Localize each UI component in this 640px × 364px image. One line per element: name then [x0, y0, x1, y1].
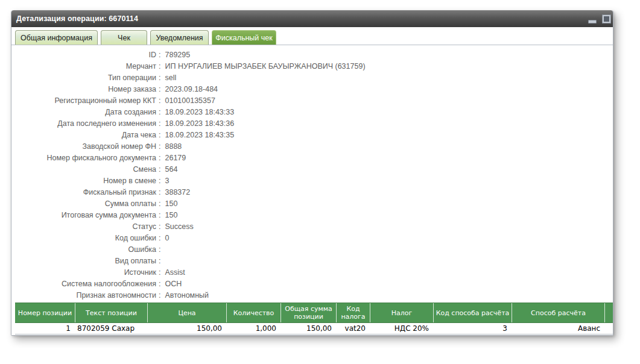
cell-payment-method-code: 3: [434, 324, 512, 333]
cell-position-text: 8702059 Сахар: [75, 324, 148, 333]
detail-label: Заводской номер ФН: [11, 141, 156, 152]
detail-colon: :: [159, 278, 160, 290]
detail-label: Дата создания: [11, 107, 156, 118]
detail-row-fn-serial: Заводской номер ФН:8888: [11, 141, 613, 152]
detail-label: Тип операции: [11, 72, 156, 84]
detail-colon: :: [159, 49, 160, 61]
detail-label: Номер в смене: [11, 175, 156, 187]
positions-table-header: Номер позиции Текст позиции Цена Количес…: [15, 303, 613, 323]
detail-colon: :: [159, 72, 160, 84]
tab-bar: Общая информация Чек Уведомления Фискаль…: [11, 27, 613, 45]
column-header-payment-method: Способ расчёта: [512, 303, 605, 322]
detail-value: Автономный: [165, 290, 209, 301]
detail-value: 3: [165, 175, 169, 187]
minimize-icon[interactable]: [588, 20, 597, 24]
detail-label: Вид оплаты: [11, 256, 156, 267]
detail-colon: :: [159, 256, 160, 267]
detail-value: 18.09.2023 18:43:33: [165, 107, 234, 118]
detail-label: Итоговая сумма документа: [11, 210, 156, 221]
detail-value: 789295: [165, 49, 190, 61]
cell-quantity: 1,000: [227, 324, 281, 333]
cell-position-number: 1: [15, 324, 75, 333]
desktop-background: Детализация операции: 6670114 Общая инфо…: [0, 0, 640, 364]
detail-label: Фискальный признак: [11, 187, 156, 198]
detail-label: Признак автономности: [11, 290, 156, 301]
detail-colon: :: [159, 84, 160, 95]
detail-row-order-number: Номер заказа:2023.09.18-484: [11, 84, 613, 95]
detail-colon: :: [159, 152, 160, 164]
window-titlebar[interactable]: Детализация операции: 6670114: [11, 10, 613, 27]
detail-row-fiscal-sign: Фискальный признак:388372: [11, 187, 613, 198]
detail-colon: :: [159, 175, 160, 187]
detail-row-payment-sum: Сумма оплаты:150: [11, 198, 613, 210]
detail-colon: :: [159, 244, 160, 256]
detail-row-operation-type: Тип операции:sell: [11, 72, 613, 84]
details-list: ID:789295 Мерчант:ИП НУРГАЛИЕВ МЫРЗАБЕК …: [11, 45, 613, 301]
table-row: 1 8702059 Сахар 150,00 1,000 150,00 vat2…: [15, 323, 613, 334]
detail-value: ИП НУРГАЛИЕВ МЫРЗАБЕК БАУЫРЖАНОВИЧ (6317…: [165, 61, 365, 72]
column-header-tax-code: Код налога: [337, 303, 370, 322]
detail-colon: :: [159, 164, 160, 175]
detail-row-autonomy-flag: Признак автономности:Автономный: [11, 290, 613, 301]
detail-label: Система налогообложения: [11, 278, 156, 290]
detail-label: Дата чека: [11, 130, 156, 141]
detail-row-document-total: Итоговая сумма документа:150: [11, 210, 613, 221]
detail-colon: :: [159, 130, 160, 141]
operation-details-window: Детализация операции: 6670114 Общая инфо…: [11, 10, 613, 336]
detail-row-created-date: Дата создания:18.09.2023 18:43:33: [11, 107, 613, 118]
positions-table: Номер позиции Текст позиции Цена Количес…: [15, 303, 613, 334]
detail-row-shift: Смена:564: [11, 164, 613, 175]
detail-value: Assist: [165, 267, 185, 278]
detail-value: 0: [165, 233, 169, 244]
detail-value: 150: [165, 198, 177, 210]
tab-fiscal-receipt[interactable]: Фискальный чек: [212, 30, 276, 45]
detail-row-error-code: Код ошибки:0: [11, 233, 613, 244]
cell-payment-method: Аванс: [512, 324, 605, 333]
detail-row-id: ID:789295: [11, 49, 613, 61]
column-header-quantity: Количество: [227, 303, 281, 322]
detail-colon: :: [159, 141, 160, 152]
detail-row-receipt-date: Дата чека:18.09.2023 18:43:35: [11, 130, 613, 141]
detail-value: 2023.09.18-484: [165, 84, 218, 95]
detail-row-error: Ошибка:: [11, 244, 613, 256]
maximize-icon[interactable]: [603, 15, 610, 23]
column-header-tax: Налог: [370, 303, 434, 322]
detail-row-status: Статус:Success: [11, 221, 613, 233]
detail-label: Номер заказа: [11, 84, 156, 95]
detail-label: Смена: [11, 164, 156, 175]
tab-receipt[interactable]: Чек: [101, 30, 147, 45]
detail-colon: :: [159, 290, 160, 301]
tab-general-info[interactable]: Общая информация: [15, 30, 98, 45]
detail-colon: :: [159, 221, 160, 233]
detail-row-modified-date: Дата последнего изменения:18.09.2023 18:…: [11, 118, 613, 130]
detail-colon: :: [159, 198, 160, 210]
detail-value: 18.09.2023 18:43:35: [165, 130, 234, 141]
detail-label: Регистрационный номер ККТ: [11, 95, 156, 107]
detail-colon: :: [159, 95, 160, 107]
cell-tax: НДС 20%: [370, 324, 434, 333]
detail-label: Номер фискального документа: [11, 152, 156, 164]
cell-price: 150,00: [148, 324, 227, 333]
detail-row-source: Источник:Assist: [11, 267, 613, 278]
detail-row-number-in-shift: Номер в смене:3: [11, 175, 613, 187]
detail-label: Источник: [11, 267, 156, 278]
detail-value: 26179: [165, 152, 186, 164]
column-header-cut-off: [605, 303, 613, 322]
detail-label: Сумма оплаты: [11, 198, 156, 210]
detail-colon: :: [159, 187, 160, 198]
detail-value: 010100135357: [165, 95, 215, 107]
detail-value: 388372: [165, 187, 190, 198]
tab-notifications[interactable]: Уведомления: [150, 30, 209, 45]
detail-row-tax-system: Система налогообложения:ОСН: [11, 278, 613, 290]
detail-label: Дата последнего изменения: [11, 118, 156, 130]
detail-label: Статус: [11, 221, 156, 233]
detail-colon: :: [159, 61, 160, 72]
detail-value: Success: [165, 221, 193, 233]
column-header-payment-method-code: Код способа расчёта: [434, 303, 512, 322]
detail-value: 18.09.2023 18:43:36: [165, 118, 234, 130]
column-header-position-number: Номер позиции: [15, 303, 75, 322]
detail-colon: :: [159, 233, 160, 244]
detail-value: sell: [165, 72, 176, 84]
column-header-position-total: Общая сумма позиции: [281, 303, 337, 322]
detail-colon: :: [159, 210, 160, 221]
